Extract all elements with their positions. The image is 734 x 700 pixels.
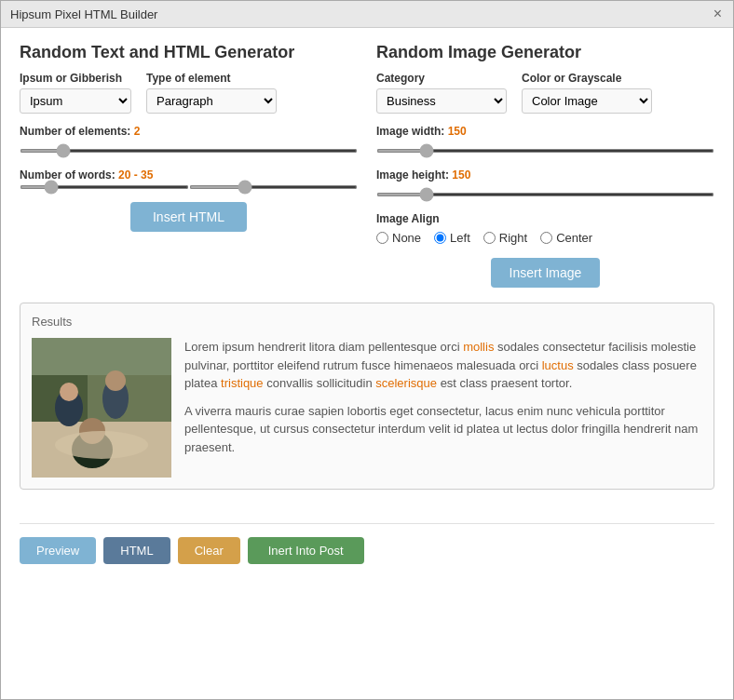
link-scelerisque[interactable]: scelerisque — [375, 376, 437, 390]
type-label: Type of element — [146, 72, 277, 85]
num-elements-track — [20, 141, 358, 155]
align-left-label[interactable]: Left — [434, 231, 470, 245]
image-align-row: Image Align None Left Right — [376, 212, 714, 245]
insert-image-button[interactable]: Insert Image — [491, 258, 601, 288]
num-elements-slider[interactable] — [20, 149, 358, 153]
image-width-slider[interactable] — [376, 149, 714, 153]
image-align-label: Image Align — [376, 212, 714, 225]
image-height-track — [376, 185, 714, 199]
image-width-track — [376, 141, 714, 155]
align-left-radio[interactable] — [434, 232, 446, 244]
align-right-radio[interactable] — [483, 232, 496, 244]
link-tristique[interactable]: tristique — [221, 376, 264, 390]
type-group: Type of element Paragraph Heading List — [146, 72, 277, 114]
footer-buttons: Preview HTML Clear Inert Into Post — [1, 528, 733, 579]
right-column: Random Image Generator Category Business… — [376, 43, 714, 288]
main-window: Hipsum Pixel HTML Builder × Random Text … — [0, 0, 734, 700]
main-content: Random Text and HTML Generator Ipsum or … — [1, 28, 733, 519]
num-words-min-slider[interactable] — [20, 185, 189, 189]
left-section-title: Random Text and HTML Generator — [20, 43, 358, 62]
ipsum-type-row: Ipsum or Gibberish Ipsum Gibberish Type … — [20, 72, 358, 114]
image-height-row: Image height: 150 — [376, 168, 714, 199]
close-button[interactable]: × — [712, 7, 724, 21]
category-label: Category — [376, 72, 507, 85]
footer-divider — [20, 523, 714, 524]
category-select[interactable]: Business Nature Technology Abstract — [376, 88, 507, 114]
type-select[interactable]: Paragraph Heading List — [146, 88, 277, 114]
num-words-track — [20, 185, 358, 189]
image-height-label: Image height: 150 — [376, 168, 714, 182]
num-elements-label: Number of elements: 2 — [20, 125, 358, 138]
category-color-row: Category Business Nature Technology Abst… — [376, 72, 714, 114]
window-title: Hipsum Pixel HTML Builder — [10, 7, 157, 21]
align-radio-group: None Left Right Center — [376, 231, 714, 245]
color-label: Color or Grayscale — [522, 72, 652, 85]
two-column-layout: Random Text and HTML Generator Ipsum or … — [20, 43, 714, 288]
color-select[interactable]: Color Image Grayscale — [522, 88, 652, 114]
image-width-row: Image width: 150 — [376, 125, 714, 155]
svg-point-11 — [55, 431, 148, 459]
results-content: Lorem ipsum hendrerit litora diam pellen… — [32, 338, 702, 478]
right-section-title: Random Image Generator — [376, 43, 714, 62]
num-words-max-slider[interactable] — [189, 185, 359, 189]
num-elements-row: Number of elements: 2 — [20, 125, 358, 155]
color-group: Color or Grayscale Color Image Grayscale — [522, 72, 652, 114]
results-box: Results — [20, 303, 714, 490]
insert-html-button[interactable]: Insert HTML — [130, 202, 247, 232]
result-image — [32, 338, 171, 478]
align-right-label[interactable]: Right — [483, 231, 527, 245]
ipsum-group: Ipsum or Gibberish Ipsum Gibberish — [20, 72, 131, 114]
svg-point-6 — [60, 383, 78, 401]
num-words-row: Number of words: 20 - 35 — [20, 168, 358, 189]
left-column: Random Text and HTML Generator Ipsum or … — [20, 43, 358, 288]
clear-button[interactable]: Clear — [178, 537, 240, 564]
result-paragraph-1: Lorem ipsum hendrerit litora diam pellen… — [184, 338, 702, 393]
align-none-radio[interactable] — [376, 232, 388, 244]
align-none-label[interactable]: None — [376, 231, 421, 245]
link-luctus[interactable]: luctus — [542, 358, 574, 372]
link-mollis[interactable]: mollis — [463, 340, 494, 354]
preview-button[interactable]: Preview — [20, 537, 96, 564]
results-title: Results — [32, 315, 702, 329]
html-button[interactable]: HTML — [103, 537, 170, 564]
result-text: Lorem ipsum hendrerit litora diam pellen… — [184, 338, 702, 478]
category-group: Category Business Nature Technology Abst… — [376, 72, 507, 114]
svg-rect-4 — [32, 338, 171, 375]
image-height-slider[interactable] — [376, 193, 714, 196]
title-bar: Hipsum Pixel HTML Builder × — [1, 1, 733, 28]
ipsum-select[interactable]: Ipsum Gibberish — [20, 88, 131, 114]
ipsum-label: Ipsum or Gibberish — [20, 72, 131, 85]
result-image-svg — [32, 338, 171, 478]
image-width-label: Image width: 150 — [376, 125, 714, 138]
result-paragraph-2: A viverra mauris curae sapien lobortis e… — [184, 402, 702, 457]
align-center-radio[interactable] — [540, 232, 552, 244]
insert-post-button[interactable]: Inert Into Post — [248, 537, 364, 564]
svg-point-8 — [105, 370, 126, 391]
align-center-label[interactable]: Center — [540, 231, 592, 245]
